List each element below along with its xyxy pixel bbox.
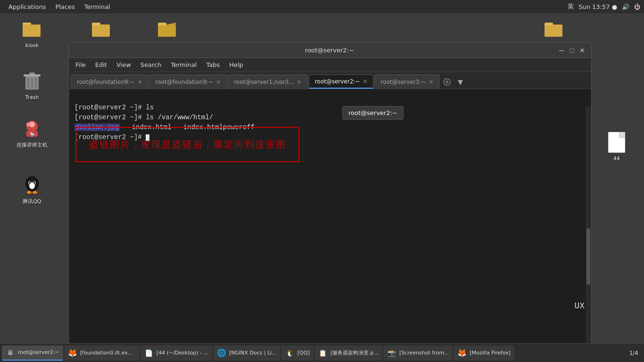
menu-applications[interactable]: Applications (4, 2, 50, 11)
taskbar-icon-3: 📄 (144, 348, 154, 358)
menu-places[interactable]: Places (50, 2, 79, 11)
svg-point-26 (33, 182, 35, 184)
taskbar-label-4: [NGINX Docs | Li... (229, 350, 277, 356)
tab-3[interactable]: root@server1:/usr/l... ✕ (228, 74, 307, 89)
taskbar-icon-8: 🦊 (457, 348, 467, 358)
desktop-icon-trash[interactable]: Trash (13, 70, 51, 100)
image-placeholder-box: 盗链图片，发现是盗链后，重定向到这张图 (75, 127, 299, 162)
taskbar-item-terminal[interactable]: 🖥 root@server2:~ (2, 346, 63, 361)
new-tab-button[interactable] (440, 75, 454, 89)
scrollbar-thumb[interactable] (586, 228, 590, 285)
desktop-icon-kiosk[interactable]: kiosk (13, 18, 51, 49)
svg-text:📡: 📡 (30, 132, 34, 137)
taskbar-item-foundation[interactable]: 🦊 [foundation0.ilt.exa... (64, 346, 140, 361)
taskbar-label-3: [44 (~/Desktop) - ... (157, 350, 208, 356)
tab-close-1[interactable]: ✕ (138, 79, 142, 85)
volume-icon[interactable]: 🔊 (622, 3, 629, 10)
image-box-text: 盗链图片，发现是盗链后，重定向到这张图 (89, 138, 286, 151)
taskbar-icon-2: 🦊 (68, 348, 77, 358)
terminal-menubar: File Edit View Search Terminal Tabs Help (69, 58, 591, 72)
icon-label: Trash (25, 94, 39, 100)
menu-view[interactable]: View (112, 59, 136, 70)
folder-icon (90, 18, 113, 41)
folder-icon (21, 18, 43, 41)
tab-4[interactable]: root@server2:~ ✕ (309, 74, 374, 89)
svg-rect-6 (158, 23, 166, 25)
icon-label: 44 (613, 156, 620, 162)
taskbar-top-left: Applications Places Terminal (4, 2, 115, 11)
tab-label: root@server1:/usr/l... (234, 79, 294, 85)
tab-close-3[interactable]: ✕ (297, 79, 302, 85)
menu-terminal[interactable]: Terminal (166, 59, 201, 70)
taskbar-item-arch[interactable]: 📋 [服务器架构演变.p... (314, 346, 382, 361)
tab-close-5[interactable]: ✕ (429, 79, 433, 85)
desktop-icon-folder3[interactable] (149, 18, 186, 42)
terminal-tabs: root@foundation9:~ ✕ root@foundation9:~ … (69, 72, 591, 89)
tab-close-2[interactable]: ✕ (216, 79, 221, 85)
taskbar-label-8: [Mozilla Firefox] (470, 350, 510, 356)
close-button[interactable]: ✕ (578, 46, 586, 55)
svg-point-17 (26, 123, 30, 126)
menu-tabs[interactable]: Tabs (201, 59, 224, 70)
menu-help[interactable]: Help (224, 59, 248, 70)
tab-5[interactable]: root@server3:~ ✕ (374, 74, 439, 89)
taskbar-icon-5: 🐧 (285, 348, 295, 358)
svg-point-28 (33, 191, 37, 194)
taskbar-bottom: 🖥 root@server2:~ 🦊 [foundation0.ilt.exa.… (0, 343, 644, 362)
svg-point-27 (27, 191, 32, 194)
file-icon (605, 131, 628, 154)
folder-icon (543, 18, 565, 41)
tab-2[interactable]: root@foundation9:~ ✕ (149, 74, 227, 89)
svg-rect-3 (92, 25, 110, 37)
taskbar-icon-4: 🌐 (217, 348, 226, 358)
taskbar-item-qq[interactable]: 🐧 [QQ] (281, 346, 314, 361)
qq-icon (21, 173, 43, 196)
scrollbar[interactable] (586, 106, 591, 348)
svg-rect-30 (545, 23, 553, 25)
svg-rect-5 (158, 25, 176, 37)
desktop-icon-folder4[interactable] (535, 18, 573, 42)
tab-label: root@server3:~ (380, 79, 426, 85)
icon-label: 腾讯QQ (23, 198, 41, 205)
svg-rect-10 (29, 73, 35, 75)
tab-1[interactable]: root@foundation9:~ ✕ (71, 74, 149, 89)
taskbar-item-file44[interactable]: 📄 [44 (~/Desktop) - ... (140, 346, 212, 361)
menu-search[interactable]: Search (136, 59, 166, 70)
terminal-title: root@server2:~ (102, 47, 557, 54)
taskbar-top: Applications Places Terminal 英 Sun 13:57… (0, 0, 644, 13)
terminal-titlebar: root@server2:~ ─ □ ✕ (69, 43, 591, 58)
page-indicator: 1/4 (626, 350, 642, 356)
taskbar-item-firefox[interactable]: 🦊 [Mozilla Firefox] (454, 346, 514, 361)
tab-close-4[interactable]: ✕ (363, 78, 367, 85)
desktop-icon-file44[interactable]: 44 (598, 131, 636, 162)
folder-icon (156, 18, 179, 41)
taskbar-item-screenshot[interactable]: 📸 [Screenshot from... (383, 346, 453, 361)
desktop-icon-folder2[interactable] (83, 18, 120, 42)
menu-file[interactable]: File (71, 59, 91, 70)
icon-label: 连接讲师主机 (17, 141, 48, 148)
language-indicator[interactable]: 英 (568, 2, 574, 11)
taskbar-icon-7: 📸 (387, 348, 396, 358)
minimize-button[interactable]: ─ (557, 46, 566, 55)
maximize-button[interactable]: □ (568, 46, 576, 55)
desktop-icon-connect[interactable]: 📡 连接讲师主机 (13, 117, 51, 148)
window-controls: ─ □ ✕ (557, 46, 586, 55)
svg-rect-4 (92, 23, 100, 25)
clock: Sun 13:57 ● (578, 3, 617, 10)
tabs-more-button[interactable]: ▼ (454, 75, 467, 89)
tab-label: root@foundation9:~ (77, 79, 135, 85)
taskbar-label-6: [服务器架构演变.p... (330, 349, 379, 356)
svg-point-25 (29, 182, 31, 184)
tab-label: root@server2:~ (315, 78, 360, 85)
menu-terminal[interactable]: Terminal (80, 2, 115, 11)
menu-edit[interactable]: Edit (91, 59, 112, 70)
trash-icon (21, 70, 43, 92)
taskbar-item-nginx[interactable]: 🌐 [NGINX Docs | Li... (213, 346, 281, 361)
connect-icon: 📡 (21, 117, 43, 140)
power-icon[interactable]: ⏻ (634, 3, 640, 10)
taskbar-icon-6: 📋 (318, 348, 328, 358)
terminal-content[interactable]: [root@server2 ~]# ls [root@server2 ~]# l… (69, 89, 591, 348)
terminal-window: root@server2:~ ─ □ ✕ File Edit View Sear… (68, 42, 592, 349)
desktop-icon-qq[interactable]: 腾讯QQ (13, 173, 51, 205)
taskbar-label-5: [QQ] (297, 350, 310, 356)
